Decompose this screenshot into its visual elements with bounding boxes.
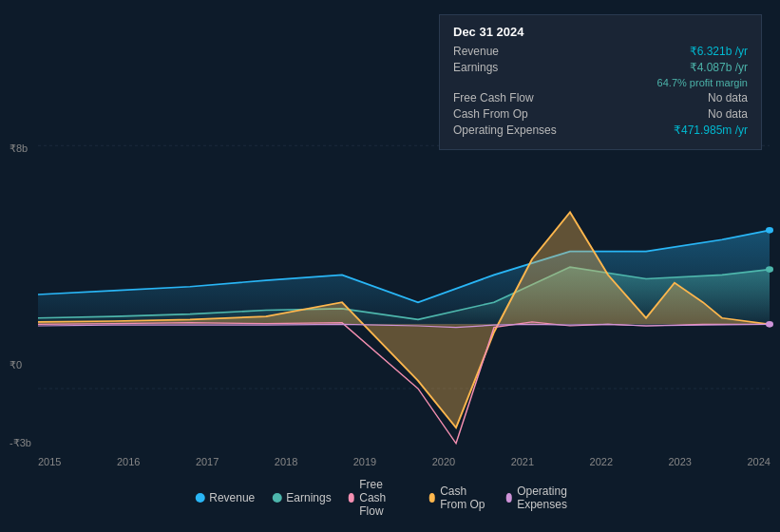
tooltip-opex: Operating Expenses ₹471.985m /yr xyxy=(453,124,748,137)
legend-revenue[interactable]: Revenue xyxy=(195,491,255,504)
legend-earnings-label: Earnings xyxy=(286,491,331,504)
legend-cashfromop-dot xyxy=(429,493,436,503)
opex-label: Operating Expenses xyxy=(453,124,557,137)
revenue-dot xyxy=(766,227,773,234)
earnings-value: ₹4.087b /yr xyxy=(690,61,748,74)
legend-revenue-label: Revenue xyxy=(209,491,255,504)
x-label-2020: 2020 xyxy=(432,456,455,467)
tooltip-date: Dec 31 2024 xyxy=(453,25,748,39)
legend-opex-label: Operating Expenses xyxy=(517,484,585,511)
fcf-value: No data xyxy=(708,91,748,104)
legend-earnings[interactable]: Earnings xyxy=(272,491,331,504)
earnings-dot xyxy=(766,266,773,273)
cashfromop-label: Cash From Op xyxy=(453,107,528,121)
legend-fcf-dot xyxy=(349,493,355,503)
legend-fcf-label: Free Cash Flow xyxy=(359,478,411,518)
opex-dot xyxy=(766,321,773,328)
tooltip-fcf: Free Cash Flow No data xyxy=(453,91,748,104)
x-label-2023: 2023 xyxy=(669,456,692,467)
revenue-label: Revenue xyxy=(453,45,499,58)
chart-legend: Revenue Earnings Free Cash Flow Cash Fro… xyxy=(195,478,585,518)
legend-earnings-dot xyxy=(272,493,281,503)
fcf-label: Free Cash Flow xyxy=(453,91,534,104)
opex-value: ₹471.985m /yr xyxy=(674,124,748,137)
tooltip-cashfromop: Cash From Op No data xyxy=(453,107,748,121)
x-label-2018: 2018 xyxy=(275,456,297,467)
revenue-value: ₹6.321b /yr xyxy=(690,45,748,58)
cashfromop-value: No data xyxy=(708,107,748,121)
legend-fcf[interactable]: Free Cash Flow xyxy=(349,478,412,518)
x-label-2017: 2017 xyxy=(196,456,219,467)
chart-svg xyxy=(0,138,780,451)
x-label-2019: 2019 xyxy=(353,456,376,467)
legend-cashfromop-label: Cash From Op xyxy=(440,484,488,511)
legend-opex-dot xyxy=(506,493,513,503)
tooltip-earnings: Earnings ₹4.087b /yr xyxy=(453,61,748,74)
x-label-2015: 2015 xyxy=(38,456,61,467)
profit-margin-value: 64.7% profit margin xyxy=(657,77,748,88)
legend-opex[interactable]: Operating Expenses xyxy=(506,484,585,511)
x-label-2021: 2021 xyxy=(511,456,534,467)
earnings-label: Earnings xyxy=(453,61,498,74)
x-label-2016: 2016 xyxy=(117,456,140,467)
legend-cashfromop[interactable]: Cash From Op xyxy=(429,484,489,511)
tooltip-profit-margin: 64.7% profit margin xyxy=(453,77,748,88)
tooltip-revenue: Revenue ₹6.321b /yr xyxy=(453,45,748,58)
x-label-2024: 2024 xyxy=(747,456,770,467)
x-label-2022: 2022 xyxy=(590,456,613,467)
legend-revenue-dot xyxy=(195,493,204,503)
x-axis-labels: 2015 2016 2017 2018 2019 2020 2021 2022 … xyxy=(38,456,770,467)
tooltip-panel: Dec 31 2024 Revenue ₹6.321b /yr Earnings… xyxy=(439,14,762,150)
